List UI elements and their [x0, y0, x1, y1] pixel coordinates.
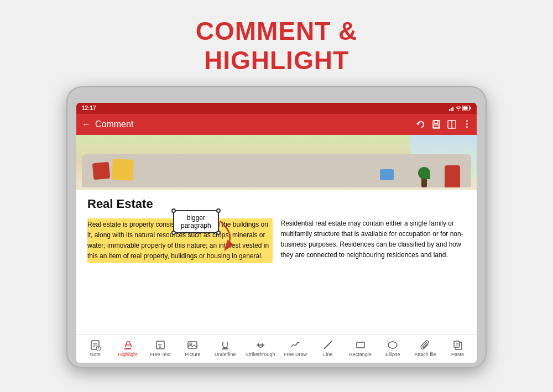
status-icons [449, 106, 471, 111]
strikethrough-label: Strikethrough [246, 352, 275, 357]
battery-icon [462, 106, 471, 111]
note-icon [90, 339, 101, 351]
back-button[interactable]: ← [82, 119, 91, 129]
comment-arrow [215, 218, 281, 252]
free-text-label: Free Text [150, 352, 170, 357]
document-area: Real Estate biggerparagraph [76, 190, 477, 334]
svg-rect-6 [463, 107, 468, 110]
line-label: Line [323, 352, 332, 357]
tool-ellipse[interactable]: Ellipse [378, 338, 407, 358]
svg-rect-24 [188, 342, 197, 348]
svg-line-28 [324, 341, 332, 349]
tool-underline[interactable]: Underline [211, 338, 239, 358]
signal-icon [449, 106, 455, 111]
tablet-screen: 12:17 ← Comment ⋮ [76, 103, 477, 363]
tablet-frame: 12:17 ← Comment ⋮ [66, 86, 487, 368]
svg-rect-5 [470, 107, 471, 109]
comment-box[interactable]: biggerparagraph [173, 210, 219, 233]
page-title: COMMENT & HIGHLIGHT [0, 17, 553, 75]
rectangle-label: Rectangle [349, 352, 372, 357]
room-header-image [76, 135, 477, 190]
save-icon[interactable] [431, 119, 441, 129]
tablet-device: 12:17 ← Comment ⋮ [66, 86, 487, 368]
tool-line[interactable]: Line [314, 338, 342, 358]
app-toolbar: ← Comment ⋮ [76, 114, 477, 135]
bottom-toolbar: Note Highlight T Free Text [76, 334, 477, 363]
picture-icon [187, 339, 198, 351]
normal-paragraph: Residential real estate may contain eith… [281, 218, 466, 261]
status-bar: 12:17 [76, 103, 477, 114]
free-text-icon: T [155, 339, 166, 351]
tool-attach-file[interactable]: Attach file [411, 338, 440, 358]
note-label: Note [90, 352, 101, 357]
ellipse-icon [387, 339, 398, 351]
svg-rect-8 [435, 121, 438, 123]
attach-file-icon [420, 339, 431, 351]
free-draw-label: Free Draw [284, 352, 307, 357]
svg-point-19 [98, 349, 99, 349]
svg-point-30 [388, 342, 397, 348]
comment-text: biggerparagraph [181, 214, 211, 229]
doc-content: Real Estate biggerparagraph [76, 190, 477, 269]
undo-icon[interactable] [416, 119, 426, 129]
picture-label: Picture [185, 352, 200, 357]
svg-rect-7 [433, 121, 440, 128]
free-draw-icon [290, 339, 301, 351]
svg-rect-29 [357, 342, 364, 348]
svg-text:T: T [158, 343, 162, 349]
doc-right-column: Residential real estate may contain eith… [281, 218, 466, 261]
document-title: Real Estate [87, 190, 466, 216]
tool-paste[interactable]: Paste [444, 338, 472, 358]
svg-point-3 [458, 109, 459, 111]
highlight-label: Highlight [118, 352, 138, 357]
underline-icon [220, 339, 231, 351]
title-area: COMMENT & HIGHLIGHT [0, 0, 553, 86]
rectangle-icon [355, 339, 366, 351]
tool-free-draw[interactable]: Free Draw [281, 338, 310, 358]
svg-rect-1 [451, 108, 452, 111]
paste-label: Paste [451, 352, 464, 357]
wifi-icon [456, 106, 461, 111]
tool-picture[interactable]: Picture [178, 338, 207, 358]
line-icon [322, 339, 333, 351]
svg-point-25 [190, 343, 192, 345]
highlight-icon [122, 339, 133, 351]
svg-rect-32 [454, 341, 460, 347]
toolbar-title: Comment [95, 119, 411, 129]
paste-icon [452, 339, 463, 351]
svg-rect-9 [434, 125, 439, 128]
strikethrough-icon [255, 339, 266, 351]
tool-highlight[interactable]: Highlight [113, 338, 142, 358]
tool-note[interactable]: Note [81, 338, 109, 358]
status-time: 12:17 [82, 105, 96, 111]
ellipse-label: Ellipse [385, 352, 400, 357]
svg-rect-2 [452, 107, 453, 111]
svg-rect-0 [449, 109, 450, 111]
share-icon[interactable] [447, 119, 457, 129]
more-options-icon[interactable]: ⋮ [462, 119, 471, 129]
attach-file-label: Attach file [414, 352, 436, 357]
underline-label: Underline [215, 352, 236, 357]
tool-strikethrough[interactable]: Strikethrough [243, 338, 278, 358]
tool-rectangle[interactable]: Rectangle [346, 338, 375, 358]
toolbar-actions: ⋮ [416, 119, 471, 129]
tool-free-text[interactable]: T Free Text [146, 338, 175, 358]
